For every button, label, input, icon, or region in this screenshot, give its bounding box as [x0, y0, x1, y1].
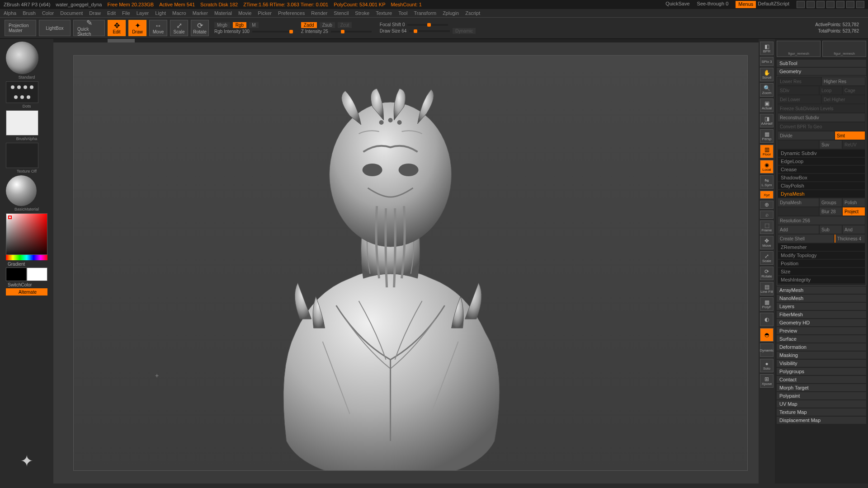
move-button[interactable]: ↔Move: [149, 20, 167, 36]
alpha-picker[interactable]: [6, 110, 38, 136]
chevron-right-icon[interactable]: [807, 1, 815, 8]
actual-button[interactable]: ▣Actual: [760, 99, 774, 112]
preview-header[interactable]: Preview: [777, 327, 866, 334]
polygroups-header[interactable]: Polygroups: [777, 368, 866, 375]
claypolish-header[interactable]: ClayPolish: [778, 182, 865, 189]
contact-header[interactable]: Contact: [777, 376, 866, 383]
viewport[interactable]: +: [73, 55, 748, 471]
menu-zplugin[interactable]: Zplugin: [443, 10, 459, 16]
lsym-button[interactable]: ⇋L.Sym: [760, 175, 774, 189]
modify-topology-header[interactable]: Modify Topology: [778, 252, 865, 259]
smt-button[interactable]: Smt: [835, 131, 865, 140]
reuv-button[interactable]: ReUV: [843, 141, 865, 149]
uvmap-header[interactable]: UV Map: [777, 400, 866, 408]
morphtarget-header[interactable]: Morph Target: [777, 384, 866, 391]
scroll-button[interactable]: ✋Scroll: [760, 68, 774, 81]
local-button[interactable]: ◉Local: [760, 160, 774, 174]
aahalf-button[interactable]: ◨AAHalf: [760, 114, 774, 127]
frame-button[interactable]: ⬚Frame: [760, 221, 774, 234]
loop-button[interactable]: Loop: [820, 86, 842, 94]
masking-header[interactable]: Masking: [777, 352, 866, 359]
surface-header[interactable]: Surface: [777, 335, 866, 343]
mrgb-button[interactable]: Mrgb: [214, 22, 230, 28]
reconstruct-button[interactable]: Reconstruct Subdiv: [778, 113, 865, 122]
transp-button[interactable]: ◐: [760, 313, 774, 326]
nav-spacer-2[interactable]: ⌕: [760, 211, 774, 219]
polish-button[interactable]: Polish: [843, 198, 865, 206]
cage-button[interactable]: Cage: [843, 86, 865, 94]
material-picker[interactable]: [6, 175, 37, 206]
crease-header[interactable]: Crease: [778, 166, 865, 173]
menu-preferences[interactable]: Preferences: [278, 10, 305, 16]
menu-edit[interactable]: Edit: [107, 10, 116, 16]
subtool-header[interactable]: SubTool: [777, 60, 866, 67]
menu-zscript[interactable]: Zscript: [465, 10, 480, 16]
sub-button[interactable]: Sub: [820, 225, 842, 234]
meshintegrity-header[interactable]: MeshIntegrity: [778, 276, 865, 283]
z-intensity-slider[interactable]: [331, 31, 372, 33]
menu-picker[interactable]: Picker: [258, 10, 272, 16]
create-shell-button[interactable]: Create Shell: [778, 235, 834, 243]
menu-tool[interactable]: Tool: [398, 10, 407, 16]
main-color-swatch[interactable]: [6, 267, 27, 281]
solo-button[interactable]: ●Solo: [760, 359, 774, 372]
rgb-intensity-slider[interactable]: [252, 31, 293, 33]
menu-draw[interactable]: Draw: [89, 10, 101, 16]
menu-color[interactable]: Color: [42, 10, 54, 16]
zcut-button[interactable]: Zcut: [338, 22, 352, 28]
higher-res-button[interactable]: Higher Res: [822, 77, 865, 85]
horizontal-scrollbar[interactable]: [53, 39, 759, 42]
tool-preset-2[interactable]: figur_remesh: [822, 41, 866, 57]
hue-strip[interactable]: [6, 255, 47, 260]
home-icon[interactable]: [816, 1, 825, 8]
xpose-button[interactable]: ⊞Xpose: [760, 374, 774, 388]
del-lower-button[interactable]: Del Lower: [778, 95, 821, 103]
zoom-button[interactable]: 🔍Zoom: [760, 83, 774, 97]
alternate-button[interactable]: Alternate: [6, 288, 47, 296]
freeze-subdiv-button[interactable]: Freeze SubDivision Levels: [778, 104, 865, 113]
nanomesh-header[interactable]: NanoMesh: [777, 295, 866, 302]
menu-light[interactable]: Light: [155, 10, 166, 16]
menu-layer[interactable]: Layer: [137, 10, 149, 16]
position-header[interactable]: Position: [778, 260, 865, 267]
dynamic-subdiv-header[interactable]: Dynamic Subdiv: [778, 150, 865, 157]
color-picker[interactable]: [6, 213, 47, 255]
menus-button[interactable]: Menus: [736, 1, 756, 8]
quicksave-button[interactable]: QuickSave: [665, 1, 689, 8]
menu-document[interactable]: Document: [60, 10, 83, 16]
menu-brush[interactable]: Brush: [23, 10, 36, 16]
bpr-button[interactable]: ◧BPR: [760, 42, 774, 55]
linefill-button[interactable]: ▤Line Fill: [760, 282, 774, 296]
arraymesh-header[interactable]: ArrayMesh: [777, 286, 866, 294]
brush-picker[interactable]: [6, 42, 38, 74]
menu-stencil[interactable]: Stencil: [334, 10, 349, 16]
zremesher-header[interactable]: ZRemesher: [778, 244, 865, 251]
dynamesh-button[interactable]: DynaMesh: [778, 198, 819, 206]
stroke-picker[interactable]: [6, 81, 38, 103]
thickness-slider[interactable]: Thickness 4: [835, 235, 865, 243]
menu-texture[interactable]: Texture: [376, 10, 392, 16]
switchcolor-button[interactable]: SwitchColor: [6, 281, 47, 288]
layers-header[interactable]: Layers: [777, 303, 866, 310]
seethrough-slider[interactable]: See-through 0: [697, 1, 729, 8]
convert-bpr-button[interactable]: Convert BPR To Geo: [778, 122, 865, 131]
quicksketch-button[interactable]: ✎Quick Sketch: [73, 20, 105, 36]
del-higher-button[interactable]: Del Higher: [822, 95, 865, 103]
nav-rotate-button[interactable]: ⟳Rotate: [760, 267, 774, 280]
menu-file[interactable]: File: [122, 10, 130, 16]
draw-button[interactable]: ✦Draw: [128, 20, 146, 36]
scale-button[interactable]: ⤢Scale: [170, 20, 188, 36]
add-button[interactable]: Add: [778, 225, 819, 234]
suv-button[interactable]: Suv: [820, 141, 842, 149]
visibility-header[interactable]: Visibility: [777, 360, 866, 367]
resolution-slider[interactable]: Resolution 256: [778, 216, 865, 225]
nav-spacer-1[interactable]: ⊕: [760, 201, 774, 209]
close-icon[interactable]: [856, 1, 864, 8]
menu-movie[interactable]: Movie: [238, 10, 251, 16]
size-header[interactable]: Size: [778, 268, 865, 275]
texturemap-header[interactable]: Texture Map: [777, 408, 866, 416]
sdiv-slider[interactable]: SDiv: [778, 86, 819, 94]
geometryhd-header[interactable]: Geometry HD: [777, 319, 866, 326]
gradient-button[interactable]: Gradient: [6, 260, 47, 267]
xyz-button[interactable]: Xyz: [760, 191, 774, 199]
